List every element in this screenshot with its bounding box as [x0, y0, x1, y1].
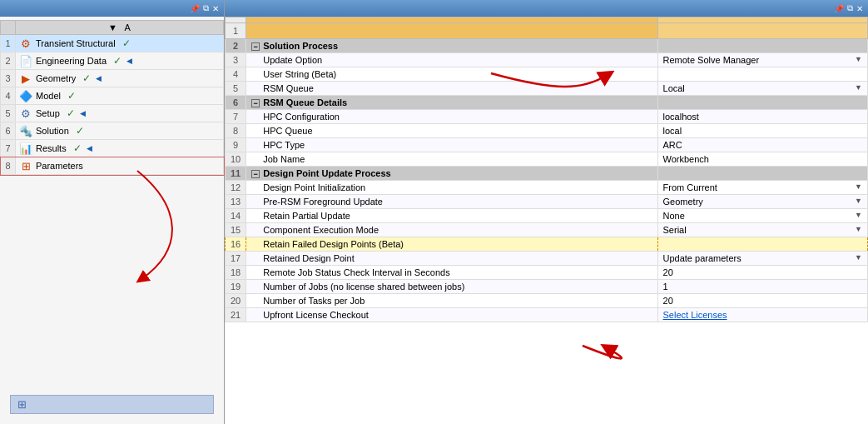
param-set-icon: ⊞ [17, 398, 27, 411]
project-tree: ▼ A 1⚙Transient Structural✓2📄Engineering… [0, 17, 224, 382]
properties-scroll[interactable]: 1 2−Solution Process3Update OptionRemote… [225, 17, 868, 322]
close-icon[interactable]: ✕ [212, 4, 219, 13]
dropdown-arrow-icon[interactable]: ▼ [855, 197, 862, 205]
table-row[interactable]: 3Update OptionRemote Solve Manager▼ [226, 53, 868, 67]
prop-value: localhost [657, 110, 867, 124]
prop-name[interactable]: Retain Partial Update [246, 209, 657, 223]
dropdown-arrow-icon[interactable]: ▼ [855, 83, 862, 92]
left-panel-icons[interactable]: 📌 ⧉ ✕ [190, 3, 219, 13]
prop-value[interactable]: Local▼ [657, 82, 867, 96]
prop-value[interactable]: Geometry▼ [657, 195, 867, 209]
prop-name: −RSM Queue Details [246, 96, 657, 110]
prop-row-num: 4 [226, 67, 246, 82]
prop-row-num: 12 [226, 181, 246, 195]
right-pin-icon[interactable]: 📌 [834, 4, 844, 13]
right-close-icon[interactable]: ✕ [856, 4, 863, 13]
tree-row-icon: 📄 [19, 54, 32, 67]
table-row[interactable]: 18Remote Job Status Check Interval in Se… [226, 266, 868, 280]
prop-name[interactable]: Update Option [246, 53, 657, 67]
dropdown-arrow-icon[interactable]: ▼ [855, 253, 862, 262]
prop-row-num: 7 [226, 110, 246, 124]
right-float-icon[interactable]: ⧉ [847, 3, 853, 13]
prop-row-num: 16 [226, 237, 246, 252]
properties-table: 1 2−Solution Process3Update OptionRemote… [225, 17, 868, 322]
table-row[interactable]: 20Number of Tasks per Job20 [226, 294, 868, 308]
prop-value[interactable]: Update parameters▼ [657, 252, 867, 266]
tree-row-name[interactable]: 🔩Solution✓ [16, 122, 224, 140]
left-panel-titlebar: 📌 ⧉ ✕ [0, 0, 224, 17]
tree-row-name[interactable]: ⚙Transient Structural✓ [16, 35, 224, 52]
tree-row-num: 2 [1, 52, 16, 70]
table-row[interactable]: 17Retained Design PointUpdate parameters… [226, 252, 868, 266]
tree-row-name[interactable]: 🔷Model✓ [16, 87, 224, 105]
prop-name[interactable]: Retained Design Point [246, 252, 657, 266]
tree-row-label: Parameters [36, 161, 83, 171]
dropdown-arrow-icon[interactable]: ▼ [855, 55, 862, 63]
collapse-icon[interactable]: − [251, 42, 260, 51]
prop-name[interactable]: Job Name [246, 152, 657, 167]
tree-row-name[interactable]: ⚙Setup✓◀ [16, 105, 224, 122]
prop-value: Workbench [657, 152, 867, 167]
tree-row-name[interactable]: 📄Engineering Data✓◀ [16, 52, 224, 70]
prop-value[interactable]: Select Licenses [657, 308, 867, 322]
table-row[interactable]: 5RSM QueueLocal▼ [226, 82, 868, 96]
prop-name[interactable]: Number of Tasks per Job [246, 294, 657, 308]
tree-row-label: Transient Structural [36, 38, 116, 48]
dropdown-arrow-icon[interactable]: ▼ [855, 225, 862, 233]
table-row[interactable]: 6−RSM Queue Details [226, 96, 868, 110]
table-row[interactable]: 21Upfront License CheckoutSelect License… [226, 308, 868, 322]
dropdown-arrow-icon[interactable]: ▼ [855, 211, 862, 219]
check-icon: ✓ [67, 107, 75, 119]
param-set-bar[interactable]: ⊞ [10, 395, 214, 414]
table-row[interactable]: 9HPC TypeARC [226, 138, 868, 152]
table-row[interactable]: 12Design Point InitializationFrom Curren… [226, 181, 868, 195]
prop-name[interactable]: Design Point Initialization [246, 181, 657, 195]
dropdown-arrow-icon[interactable]: ▼ [855, 182, 862, 191]
prop-value[interactable]: From Current▼ [657, 181, 867, 195]
tree-row-label: Results [36, 143, 67, 153]
prop-name[interactable]: RSM Queue [246, 82, 657, 96]
tree-row-icon: ⊞ [19, 159, 32, 172]
prop-name[interactable]: Remote Job Status Check Interval in Seco… [246, 266, 657, 280]
prop-value: ARC [657, 138, 867, 152]
prop-name[interactable]: Component Execution Mode [246, 223, 657, 237]
float-icon[interactable]: ⧉ [203, 3, 209, 13]
table-row[interactable]: 4User String (Beta) [226, 67, 868, 82]
prop-value[interactable]: None▼ [657, 209, 867, 223]
table-row[interactable]: 13Pre-RSM Foreground UpdateGeometry▼ [226, 195, 868, 209]
prop-row-num: 15 [226, 223, 246, 237]
table-row[interactable]: 8HPC Queuelocal [226, 124, 868, 138]
tree-row-name[interactable]: ▶Geometry✓◀ [16, 70, 224, 87]
table-row[interactable]: 14Retain Partial UpdateNone▼ [226, 209, 868, 223]
table-row[interactable]: 15Component Execution ModeSerial▼ [226, 223, 868, 237]
pin-icon[interactable]: 📌 [190, 4, 200, 13]
table-row[interactable]: 16Retain Failed Design Points (Beta) [226, 237, 868, 252]
table-row[interactable]: 19Number of Jobs (no license shared betw… [226, 280, 868, 294]
tree-row-name[interactable]: ⊞Parameters [16, 157, 224, 175]
prop-row-num: 20 [226, 294, 246, 308]
tree-row-name[interactable]: 📊Results✓◀ [16, 140, 224, 157]
prop-name[interactable]: Pre-RSM Foreground Update [246, 195, 657, 209]
collapse-icon[interactable]: − [251, 99, 260, 107]
collapse-icon[interactable]: − [251, 170, 260, 178]
select-licenses-link[interactable]: Select Licenses [663, 310, 727, 320]
prop-name[interactable]: Number of Jobs (no license shared betwee… [246, 280, 657, 294]
table-row[interactable]: 11−Design Point Update Process [226, 167, 868, 181]
right-panel-icons[interactable]: 📌 ⧉ ✕ [834, 3, 863, 13]
prop-value[interactable]: Remote Solve Manager▼ [657, 53, 867, 67]
prop-row-num: 18 [226, 266, 246, 280]
table-row[interactable]: 2−Solution Process [226, 39, 868, 53]
prop-name[interactable]: HPC Queue [246, 124, 657, 138]
table-row[interactable]: 7HPC Configurationlocalhost [226, 110, 868, 124]
prop-name[interactable]: Retain Failed Design Points (Beta) [246, 237, 657, 252]
prop-value[interactable]: Serial▼ [657, 223, 867, 237]
prop-name[interactable]: Upfront License Checkout [246, 308, 657, 322]
prop-name[interactable]: HPC Type [246, 138, 657, 152]
prop-row-num: 5 [226, 82, 246, 96]
prop-name[interactable]: HPC Configuration [246, 110, 657, 124]
prop-row-num: 17 [226, 252, 246, 266]
table-row[interactable]: 10Job NameWorkbench [226, 152, 868, 167]
tree-row-num: 1 [1, 35, 16, 52]
prop-name[interactable]: User String (Beta) [246, 67, 657, 82]
tree-row-icon: 🔩 [19, 124, 32, 137]
